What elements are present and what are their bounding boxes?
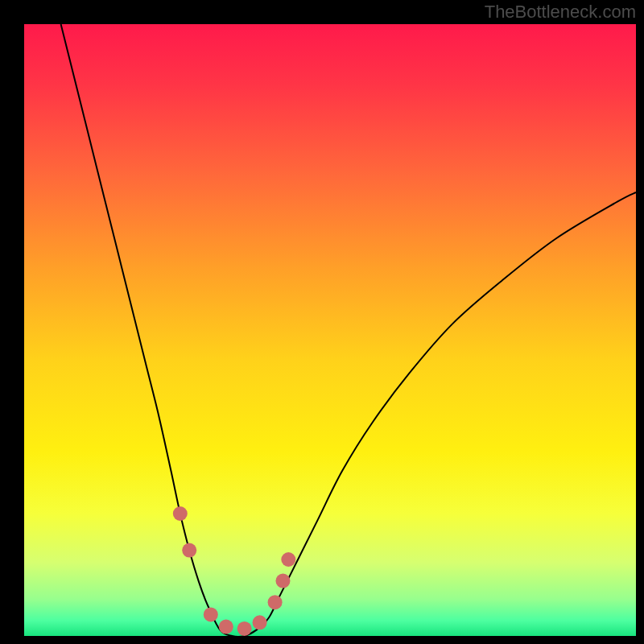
curve-marker: [204, 607, 218, 621]
curve-marker: [253, 615, 267, 630]
curve-marker: [237, 621, 252, 636]
curve-marker: [182, 543, 196, 558]
curve-marker: [268, 595, 283, 609]
curve-marker: [173, 506, 188, 521]
curve-marker: [281, 552, 295, 567]
curve-marker: [219, 620, 233, 634]
watermark-text: TheBottleneck.com: [485, 2, 636, 23]
plot-background: [24, 24, 636, 636]
curve-marker: [275, 574, 290, 588]
chart-frame: TheBottleneck.com: [0, 0, 644, 644]
bottleneck-chart: [0, 0, 644, 644]
